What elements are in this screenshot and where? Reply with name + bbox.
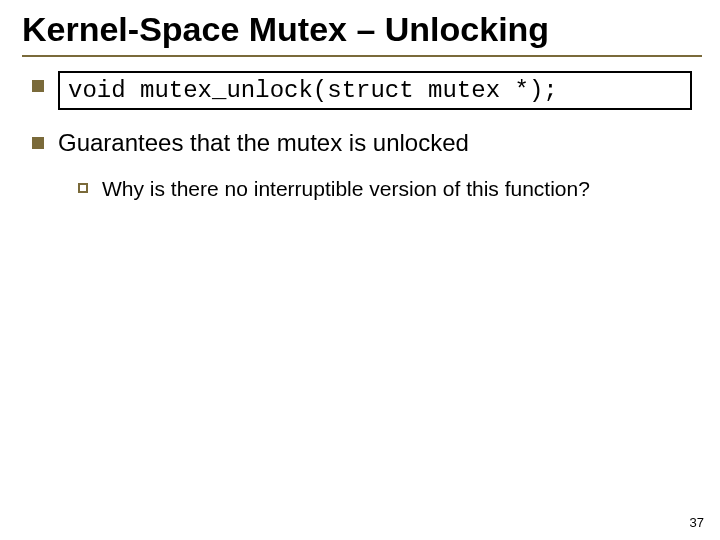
sub-bullet-item: Why is there no interruptible version of… <box>78 176 702 202</box>
hollow-square-bullet-icon <box>78 183 88 193</box>
sub-bullet-text: Why is there no interruptible version of… <box>102 176 590 202</box>
slide: Kernel-Space Mutex – Unlocking void mute… <box>0 0 720 540</box>
bullet-text: Guarantees that the mutex is unlocked <box>58 128 469 158</box>
bullet-item-text: Guarantees that the mutex is unlocked <box>18 128 702 158</box>
square-bullet-icon <box>32 137 44 149</box>
page-number: 37 <box>690 515 704 530</box>
bullet-item-code: void mutex_unlock(struct mutex *); <box>18 71 702 110</box>
code-signature: void mutex_unlock(struct mutex *); <box>58 71 692 110</box>
square-bullet-icon <box>32 80 44 92</box>
slide-title: Kernel-Space Mutex – Unlocking <box>22 10 702 57</box>
